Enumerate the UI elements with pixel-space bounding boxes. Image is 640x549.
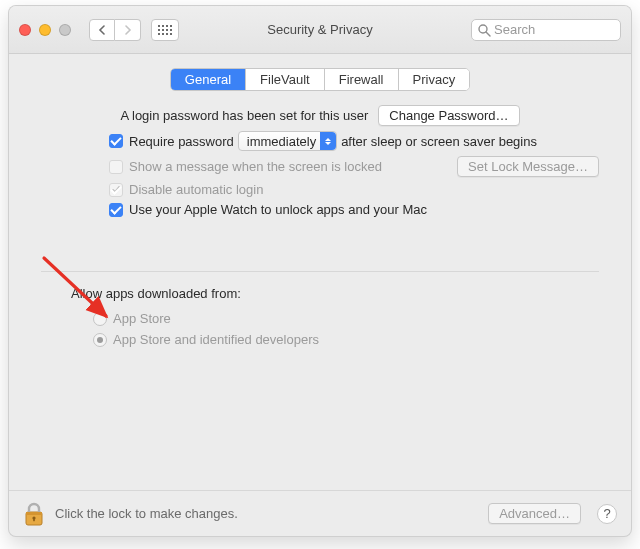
radio-app-store-row: App Store [93,311,599,326]
grid-icon [158,25,172,35]
show-message-label: Show a message when the screen is locked [129,159,382,174]
svg-rect-4 [26,512,42,515]
require-password-checkbox[interactable] [109,134,123,148]
tabs-row: General FileVault Firewall Privacy [9,54,631,101]
lock-hint-text: Click the lock to make changes. [55,506,238,521]
disable-auto-login-label: Disable automatic login [129,182,263,197]
apple-watch-checkbox[interactable] [109,203,123,217]
show-all-button[interactable] [151,19,179,41]
tab-privacy[interactable]: Privacy [399,69,470,90]
advanced-button: Advanced… [488,503,581,524]
tab-firewall[interactable]: Firewall [325,69,399,90]
radio-identified-developers-label: App Store and identified developers [113,332,319,347]
login-password-set-label: A login password has been set for this u… [120,108,368,123]
tab-filevault[interactable]: FileVault [246,69,325,90]
require-password-tail-label: after sleep or screen saver begins [341,134,537,149]
disable-auto-login-checkbox [109,183,123,197]
content: A login password has been set for this u… [9,101,631,490]
window-controls [19,24,71,36]
minimize-window-button[interactable] [39,24,51,36]
footer: Click the lock to make changes. Advanced… [9,490,631,536]
lock-icon[interactable] [23,501,45,527]
svg-line-1 [486,32,490,36]
allow-downloads-title: Allow apps downloaded from: [71,286,599,301]
radio-identified-developers [93,333,107,347]
nav-buttons [89,19,141,41]
chevron-right-icon [124,25,132,35]
search-input[interactable] [471,19,621,41]
require-password-label: Require password [129,134,234,149]
divider [41,271,599,272]
require-password-delay-value: immediately [247,134,316,149]
tabs: General FileVault Firewall Privacy [170,68,470,91]
show-message-checkbox [109,160,123,174]
close-window-button[interactable] [19,24,31,36]
chevron-left-icon [98,25,106,35]
radio-app-store [93,312,107,326]
require-password-row: Require password immediately after sleep… [109,131,599,151]
zoom-window-button [59,24,71,36]
search-icon [477,23,491,37]
change-password-button[interactable]: Change Password… [378,105,519,126]
security-privacy-window: Security & Privacy General FileVault Fir… [8,5,632,537]
radio-app-store-label: App Store [113,311,171,326]
apple-watch-row: Use your Apple Watch to unlock apps and … [109,202,599,217]
help-button[interactable]: ? [597,504,617,524]
require-password-delay-select[interactable]: immediately [238,131,337,151]
svg-rect-6 [33,518,35,521]
apple-watch-label: Use your Apple Watch to unlock apps and … [129,202,427,217]
toolbar: Security & Privacy [9,6,631,54]
check-icon [111,185,121,195]
forward-button [115,19,141,41]
login-password-row: A login password has been set for this u… [41,105,599,126]
search-wrap [471,19,621,41]
show-message-row: Show a message when the screen is locked… [109,156,599,177]
stepper-icon [320,132,336,150]
disable-auto-login-row: Disable automatic login [109,182,599,197]
set-lock-message-button: Set Lock Message… [457,156,599,177]
back-button[interactable] [89,19,115,41]
tab-general[interactable]: General [171,69,246,90]
radio-identified-row: App Store and identified developers [93,332,599,347]
